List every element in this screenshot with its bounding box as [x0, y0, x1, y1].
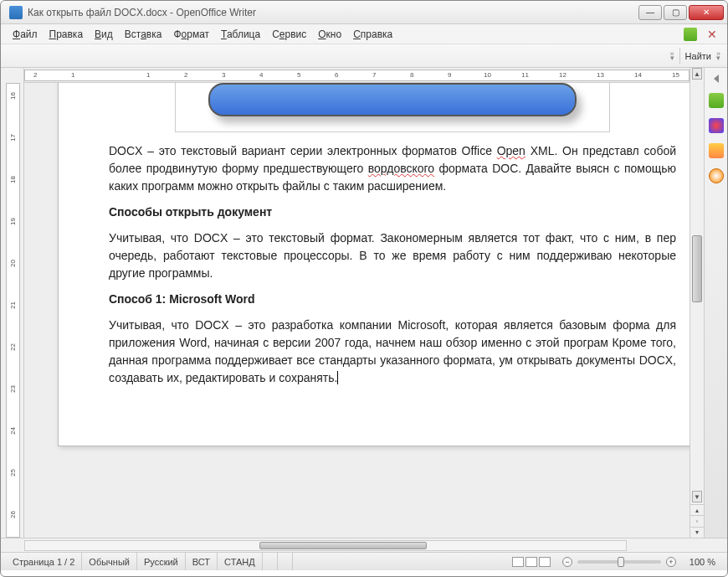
close-doc-icon[interactable]: ✕ [704, 28, 720, 41]
vruler-tick: 19 [9, 215, 17, 228]
hruler-tick: 1 [71, 71, 74, 79]
heading[interactable]: Способы открыть документ [109, 203, 676, 221]
menu-insert[interactable]: Вставка [120, 27, 167, 42]
menu-edit[interactable]: Правка [44, 27, 89, 42]
menu-view[interactable]: Вид [90, 27, 118, 42]
navigator-icon[interactable] [709, 143, 724, 158]
view-multi-icon[interactable] [525, 557, 537, 567]
vruler-tick: 17 [9, 131, 17, 144]
paragraph[interactable]: Учитывая, что DOCX – это разработка комп… [109, 317, 676, 387]
zoom-out-button[interactable]: − [562, 557, 572, 567]
status-page[interactable]: Страница 1 / 2 [6, 553, 82, 570]
properties-icon[interactable] [709, 168, 724, 183]
find-overflow-icon[interactable]: »▾ [716, 52, 720, 60]
horizontal-ruler-row: 2 1 1 2 3 4 5 6 7 8 9 10 11 12 13 14 15 [24, 68, 690, 83]
hruler-tick: 15 [672, 71, 679, 79]
zoom-knob[interactable] [618, 557, 624, 567]
hruler-tick: 10 [484, 71, 491, 79]
vruler-tick: 20 [9, 257, 17, 270]
vertical-scrollbar[interactable]: ▲ ▼ ▴ ◦ ▾ [690, 68, 704, 538]
scroll-up-button[interactable]: ▲ [692, 68, 702, 80]
hruler-tick: 14 [634, 71, 642, 79]
view-book-icon[interactable] [539, 557, 551, 567]
zoom-percent[interactable]: 100 % [683, 553, 722, 570]
vertical-ruler[interactable]: 16 17 18 19 20 21 22 23 24 25 26 [6, 83, 20, 538]
menubar: Файл Правка Вид Вставка Формат Таблица С… [1, 24, 727, 44]
vruler-tick: 22 [9, 341, 17, 353]
titlebar: Как открыть файл DOCX.docx - OpenOffice … [1, 1, 727, 24]
vruler-tick: 21 [9, 299, 17, 312]
menu-tools[interactable]: Сервис [267, 27, 311, 42]
window-title: Как открыть файл DOCX.docx - OpenOffice … [28, 7, 638, 18]
vruler-tick: 23 [9, 383, 17, 395]
status-selection-mode[interactable]: СТАНД [218, 553, 263, 570]
vruler-tick: 24 [9, 425, 17, 437]
close-button[interactable]: ✕ [689, 5, 724, 20]
nav-target-button[interactable]: ◦ [690, 515, 704, 526]
vertical-ruler-col: 16 17 18 19 20 21 22 23 24 25 26 [1, 68, 24, 538]
find-label[interactable]: Найти [685, 51, 711, 61]
hruler-tick: 7 [372, 71, 376, 79]
view-single-icon[interactable] [512, 557, 524, 567]
hruler-tick: 4 [259, 71, 263, 79]
hruler-tick: 13 [597, 71, 604, 79]
image-frame[interactable] [175, 83, 610, 132]
document-area[interactable]: DOCX – это текстовый вариант серии элект… [24, 83, 690, 538]
zoom-slider[interactable] [577, 560, 661, 564]
status-insert-mode[interactable]: ВСТ [186, 553, 218, 570]
workarea: 16 17 18 19 20 21 22 23 24 25 26 2 1 1 2… [1, 68, 727, 538]
hruler-tick: 8 [410, 71, 413, 79]
hruler-tick: 5 [297, 71, 300, 79]
horizontal-ruler[interactable]: 2 1 1 2 3 4 5 6 7 8 9 10 11 12 13 14 15 [24, 70, 690, 81]
menu-file[interactable]: Файл [8, 27, 43, 42]
menu-table[interactable]: Таблица [216, 27, 265, 42]
sidebar [704, 68, 727, 538]
status-style[interactable]: Обычный [82, 553, 137, 570]
next-page-button[interactable]: ▾ [690, 527, 704, 538]
menu-window[interactable]: Окно [313, 27, 346, 42]
gallery-icon[interactable] [709, 93, 724, 108]
page[interactable]: DOCX – это текстовый вариант серии элект… [58, 83, 690, 446]
vruler-tick: 25 [9, 466, 17, 479]
view-mode-buttons [507, 557, 556, 567]
hruler-tick: 9 [448, 71, 451, 79]
minimize-button[interactable]: — [638, 5, 662, 20]
document-body[interactable]: DOCX – это текстовый вариант серии элект… [109, 142, 676, 387]
styles-icon[interactable] [709, 118, 724, 133]
sidebar-collapse-icon[interactable] [714, 75, 719, 83]
toolbar: »▾ Найти »▾ [1, 44, 727, 68]
page-nav: ▴ ◦ ▾ [690, 504, 704, 538]
scroll-down-button[interactable]: ▼ [692, 491, 702, 502]
statusbar: Страница 1 / 2 Обычный Русский ВСТ СТАНД… [1, 552, 727, 570]
scroll-thumb[interactable] [692, 235, 702, 302]
toolbar-overflow-icon[interactable]: »▾ [670, 52, 674, 60]
status-modified[interactable] [263, 553, 278, 570]
horizontal-scrollbar[interactable] [24, 540, 627, 551]
hruler-tick: 6 [335, 71, 338, 79]
hruler-tick: 2 [184, 71, 187, 79]
paragraph[interactable]: DOCX – это текстовый вариант серии элект… [109, 142, 676, 195]
vruler-tick: 16 [9, 90, 17, 102]
update-icon[interactable] [684, 28, 697, 41]
divider [679, 48, 680, 64]
status-language[interactable]: Русский [137, 553, 186, 570]
prev-page-button[interactable]: ▴ [690, 504, 704, 515]
maximize-button[interactable]: ▢ [664, 5, 687, 20]
hscroll-thumb[interactable] [259, 542, 427, 549]
hruler-tick: 1 [146, 71, 150, 79]
hruler-tick: 2 [33, 71, 37, 79]
app-icon [9, 6, 23, 19]
zoom-in-button[interactable]: + [666, 557, 676, 567]
menu-help[interactable]: Справка [348, 27, 397, 42]
document-wrap: 2 1 1 2 3 4 5 6 7 8 9 10 11 12 13 14 15 [24, 68, 690, 538]
heading[interactable]: Способ 1: Microsoft Word [109, 291, 676, 308]
hruler-tick: 3 [222, 71, 225, 79]
status-signature[interactable] [278, 553, 293, 570]
menu-format[interactable]: Формат [168, 27, 214, 42]
zoom-controls: − + [556, 557, 683, 567]
text-cursor [337, 371, 338, 384]
blue-rounded-shape[interactable] [208, 83, 577, 116]
hruler-tick: 12 [559, 71, 567, 79]
window-controls: — ▢ ✕ [638, 5, 724, 20]
paragraph[interactable]: Учитывая, что DOCX – это текстовый форма… [109, 229, 676, 282]
